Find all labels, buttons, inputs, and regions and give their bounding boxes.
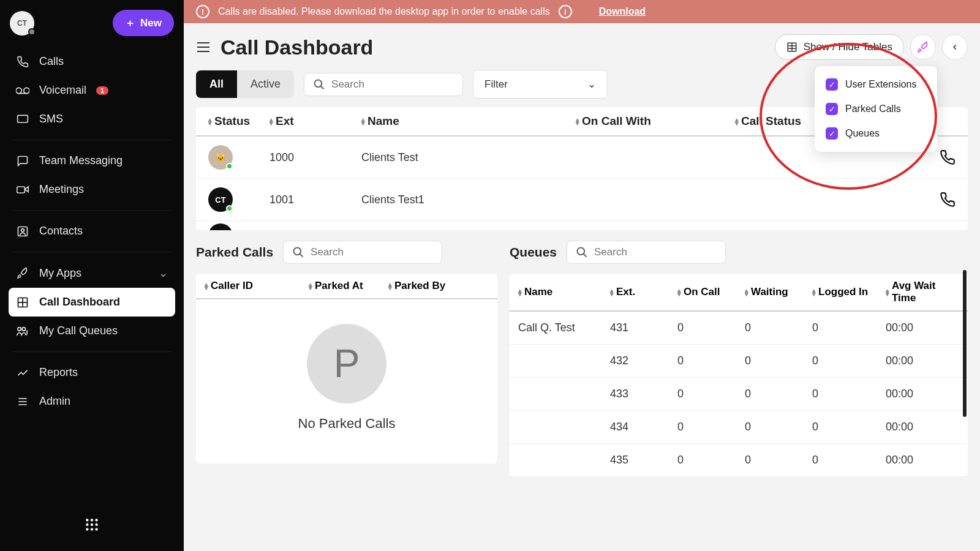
avatar: CT <box>208 187 233 212</box>
col-q-ext[interactable]: ▴▾Ext. <box>610 280 677 304</box>
empty-icon: P <box>307 324 386 403</box>
svg-point-20 <box>91 523 93 526</box>
dialpad-button[interactable] <box>84 517 100 533</box>
nav-calls[interactable]: Calls <box>9 47 175 76</box>
col-q-waiting[interactable]: ▴▾Waiting <box>745 280 812 304</box>
svg-point-18 <box>95 519 97 521</box>
nav-reports[interactable]: Reports <box>9 358 175 387</box>
col-q-oncall[interactable]: ▴▾On Call <box>677 280 745 304</box>
table-row[interactable]: Call Q. Test43100000:00 <box>510 312 968 345</box>
phone-icon <box>16 56 29 68</box>
search-input[interactable] <box>594 246 717 258</box>
avatar: 🐱 <box>208 145 233 170</box>
rocket-button[interactable] <box>910 34 936 60</box>
admin-icon <box>16 395 29 408</box>
svg-point-7 <box>21 228 24 231</box>
checkbox-checked-icon: ✓ <box>826 127 838 140</box>
nav-voicemail[interactable]: Voicemail 1 <box>9 76 175 105</box>
warning-banner: ! Calls are disabled. Please download th… <box>184 0 980 23</box>
col-ext[interactable]: ▴▾Ext <box>270 114 361 128</box>
main-content: ! Calls are disabled. Please download th… <box>184 0 980 551</box>
table-row[interactable] <box>196 221 968 231</box>
table-row[interactable]: 43300000:00 <box>510 378 968 411</box>
nav-my-call-queues[interactable]: My Call Queues <box>9 317 175 345</box>
col-name[interactable]: ▴▾Name <box>361 114 576 128</box>
video-icon <box>16 185 29 195</box>
svg-point-0 <box>16 88 21 93</box>
queue-icon <box>16 326 29 337</box>
svg-point-19 <box>86 523 88 526</box>
svg-point-34 <box>294 248 301 255</box>
svg-point-12 <box>22 327 25 330</box>
search-icon <box>292 246 304 258</box>
tab-active[interactable]: Active <box>237 70 294 98</box>
nav-my-apps[interactable]: My Apps ⌄ <box>9 258 175 288</box>
presence-dot <box>28 28 36 36</box>
search-input[interactable] <box>331 78 454 91</box>
plus-icon: ＋ <box>125 16 135 30</box>
col-parked-by[interactable]: ▴▾Parked By <box>388 280 468 292</box>
nav-admin[interactable]: Admin <box>9 387 175 416</box>
svg-point-32 <box>315 80 322 87</box>
svg-point-1 <box>24 88 29 93</box>
show-hide-tables-button[interactable]: Show / Hide Tables <box>775 34 904 60</box>
search-input[interactable] <box>311 246 433 258</box>
col-caller-id[interactable]: ▴▾Caller ID <box>205 280 309 292</box>
nav-team-messaging[interactable]: Team Messaging <box>9 146 175 175</box>
alert-icon: ! <box>196 5 209 18</box>
filter-dropdown[interactable]: Filter ⌄ <box>473 70 608 99</box>
svg-point-17 <box>91 519 93 521</box>
menu-toggle-icon[interactable] <box>196 41 211 53</box>
sms-icon <box>16 113 29 126</box>
scrollbar-thumb[interactable] <box>963 270 967 417</box>
col-q-logged[interactable]: ▴▾Logged In <box>812 280 886 304</box>
call-button[interactable] <box>940 149 956 165</box>
parked-calls-panel: Parked Calls ▴▾Caller ID ▴▾Parked At ▴▾P… <box>196 241 497 477</box>
svg-point-16 <box>86 519 88 521</box>
extensions-search[interactable] <box>304 73 463 96</box>
toggle-parked-calls[interactable]: ✓ Parked Calls <box>826 97 926 121</box>
nav-contacts[interactable]: Contacts <box>9 217 175 246</box>
info-icon[interactable]: i <box>559 5 572 18</box>
queues-search[interactable] <box>567 241 726 264</box>
voicemail-icon <box>16 86 29 95</box>
chat-icon <box>16 155 29 167</box>
col-status[interactable]: ▴▾Status <box>208 114 270 128</box>
search-icon <box>313 78 325 91</box>
svg-point-22 <box>86 528 88 530</box>
col-q-avg[interactable]: ▴▾Avg Wait Time <box>886 280 959 304</box>
table-row[interactable]: 43200000:00 <box>510 345 968 378</box>
svg-line-35 <box>300 254 303 257</box>
contacts-icon <box>16 225 29 238</box>
nav-sms[interactable]: SMS <box>9 105 175 133</box>
download-link[interactable]: Download <box>599 6 646 17</box>
svg-line-37 <box>584 254 587 257</box>
nav-meetings[interactable]: Meetings <box>9 175 175 204</box>
nav-call-dashboard[interactable]: Call Dashboard <box>9 288 175 317</box>
svg-point-23 <box>91 528 93 530</box>
checkbox-checked-icon: ✓ <box>826 78 838 91</box>
table-row[interactable]: 43400000:00 <box>510 411 968 444</box>
user-avatar[interactable]: CT <box>10 11 34 36</box>
call-button[interactable] <box>940 192 956 208</box>
queues-panel: Queues ▴▾Name ▴▾Ext. ▴▾On Call ▴▾Waiting… <box>510 241 968 477</box>
new-button[interactable]: ＋ New <box>113 10 174 36</box>
svg-point-36 <box>578 248 585 255</box>
toggle-user-extensions[interactable]: ✓ User Extensions <box>826 72 926 97</box>
sidebar: CT ＋ New Calls Voicemail 1 SMS Team Mess… <box>0 0 184 551</box>
table-row[interactable]: CT 1001 Clients Test1 <box>196 179 968 221</box>
col-parked-at[interactable]: ▴▾Parked At <box>309 280 388 292</box>
avatar <box>208 223 233 231</box>
svg-marker-5 <box>24 187 28 192</box>
parked-search[interactable] <box>283 241 442 264</box>
svg-point-11 <box>18 327 21 330</box>
svg-rect-4 <box>17 187 24 193</box>
collapse-button[interactable] <box>942 34 968 60</box>
tab-all[interactable]: All <box>196 70 237 98</box>
col-oncall[interactable]: ▴▾On Call With <box>576 114 735 128</box>
dashboard-icon <box>16 296 29 309</box>
toggle-queues[interactable]: ✓ Queues <box>826 121 926 146</box>
table-row[interactable]: 43500000:00 <box>510 444 968 477</box>
checkbox-checked-icon: ✓ <box>826 103 838 115</box>
col-q-name[interactable]: ▴▾Name <box>518 280 610 304</box>
